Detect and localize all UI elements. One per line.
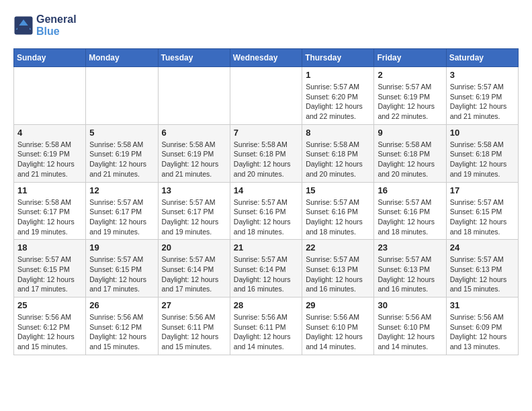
day-info: Sunrise: 5:58 AM Sunset: 6:18 PM Dayligh… (378, 140, 442, 179)
calendar-cell: 25Sunrise: 5:56 AM Sunset: 6:12 PM Dayli… (14, 298, 86, 355)
day-number: 17 (450, 185, 515, 195)
weekday-header-cell: Monday (86, 49, 158, 67)
svg-rect-2 (17, 26, 30, 32)
day-number: 7 (234, 128, 298, 138)
day-number: 31 (450, 300, 515, 310)
day-info: Sunrise: 5:58 AM Sunset: 6:19 PM Dayligh… (17, 140, 82, 179)
day-info: Sunrise: 5:58 AM Sunset: 6:19 PM Dayligh… (89, 140, 154, 179)
day-number: 13 (162, 185, 226, 195)
day-info: Sunrise: 5:57 AM Sunset: 6:17 PM Dayligh… (89, 197, 154, 237)
day-info: Sunrise: 5:58 AM Sunset: 6:19 PM Dayligh… (162, 140, 226, 179)
day-info: Sunrise: 5:57 AM Sunset: 6:15 PM Dayligh… (450, 197, 515, 237)
calendar-cell: 14Sunrise: 5:57 AM Sunset: 6:16 PM Dayli… (230, 182, 302, 240)
day-info: Sunrise: 5:56 AM Sunset: 6:12 PM Dayligh… (17, 312, 82, 352)
weekday-header-row: SundayMondayTuesdayWednesdayThursdayFrid… (14, 49, 519, 67)
calendar-week-row: 11Sunrise: 5:58 AM Sunset: 6:17 PM Dayli… (14, 182, 519, 240)
weekday-header-cell: Thursday (302, 49, 374, 67)
day-number: 9 (378, 128, 442, 138)
calendar-week-row: 4Sunrise: 5:58 AM Sunset: 6:19 PM Daylig… (14, 124, 519, 182)
logo: General Blue (13, 13, 77, 38)
calendar-cell: 31Sunrise: 5:56 AM Sunset: 6:09 PM Dayli… (446, 298, 518, 355)
calendar-cell: 10Sunrise: 5:58 AM Sunset: 6:18 PM Dayli… (446, 124, 518, 182)
day-info: Sunrise: 5:58 AM Sunset: 6:18 PM Dayligh… (450, 140, 515, 179)
day-info: Sunrise: 5:56 AM Sunset: 6:11 PM Dayligh… (162, 312, 226, 352)
calendar-cell: 6Sunrise: 5:58 AM Sunset: 6:19 PM Daylig… (158, 124, 230, 182)
day-info: Sunrise: 5:57 AM Sunset: 6:19 PM Dayligh… (378, 82, 442, 122)
calendar-cell: 29Sunrise: 5:56 AM Sunset: 6:10 PM Dayli… (302, 298, 374, 355)
day-number: 22 (306, 242, 370, 253)
calendar-cell: 7Sunrise: 5:58 AM Sunset: 6:18 PM Daylig… (230, 124, 302, 182)
calendar-cell: 27Sunrise: 5:56 AM Sunset: 6:11 PM Dayli… (158, 298, 230, 355)
day-number: 20 (162, 242, 226, 253)
day-info: Sunrise: 5:58 AM Sunset: 6:18 PM Dayligh… (306, 140, 370, 179)
weekday-header-cell: Friday (374, 49, 446, 67)
day-number: 6 (162, 128, 226, 138)
calendar-cell: 16Sunrise: 5:57 AM Sunset: 6:16 PM Dayli… (374, 182, 446, 240)
day-number: 14 (234, 185, 298, 195)
day-number: 11 (17, 185, 82, 195)
day-number: 10 (450, 128, 515, 138)
calendar-cell: 17Sunrise: 5:57 AM Sunset: 6:15 PM Dayli… (446, 182, 518, 240)
calendar-cell: 20Sunrise: 5:57 AM Sunset: 6:14 PM Dayli… (158, 240, 230, 298)
calendar-cell: 18Sunrise: 5:57 AM Sunset: 6:15 PM Dayli… (14, 240, 86, 298)
day-number: 30 (378, 300, 442, 310)
calendar-cell: 30Sunrise: 5:56 AM Sunset: 6:10 PM Dayli… (374, 298, 446, 355)
calendar-cell: 2Sunrise: 5:57 AM Sunset: 6:19 PM Daylig… (374, 67, 446, 125)
day-number: 12 (89, 185, 154, 195)
calendar-cell: 11Sunrise: 5:58 AM Sunset: 6:17 PM Dayli… (14, 182, 86, 240)
day-number: 3 (450, 70, 515, 80)
day-number: 4 (17, 128, 82, 138)
day-info: Sunrise: 5:58 AM Sunset: 6:18 PM Dayligh… (234, 140, 298, 179)
weekday-header-cell: Sunday (14, 49, 86, 67)
calendar-cell: 24Sunrise: 5:57 AM Sunset: 6:13 PM Dayli… (446, 240, 518, 298)
day-info: Sunrise: 5:57 AM Sunset: 6:15 PM Dayligh… (17, 255, 82, 294)
calendar-cell: 8Sunrise: 5:58 AM Sunset: 6:18 PM Daylig… (302, 124, 374, 182)
calendar-cell: 22Sunrise: 5:57 AM Sunset: 6:13 PM Dayli… (302, 240, 374, 298)
day-info: Sunrise: 5:57 AM Sunset: 6:13 PM Dayligh… (450, 255, 515, 294)
calendar-week-row: 18Sunrise: 5:57 AM Sunset: 6:15 PM Dayli… (14, 240, 519, 298)
calendar-cell: 23Sunrise: 5:57 AM Sunset: 6:13 PM Dayli… (374, 240, 446, 298)
day-number: 19 (89, 242, 154, 253)
day-info: Sunrise: 5:57 AM Sunset: 6:13 PM Dayligh… (306, 255, 370, 294)
calendar-week-row: 1Sunrise: 5:57 AM Sunset: 6:20 PM Daylig… (14, 67, 519, 125)
day-info: Sunrise: 5:57 AM Sunset: 6:20 PM Dayligh… (306, 82, 370, 122)
day-info: Sunrise: 5:57 AM Sunset: 6:15 PM Dayligh… (89, 255, 154, 294)
logo-icon (13, 15, 34, 36)
day-info: Sunrise: 5:58 AM Sunset: 6:17 PM Dayligh… (17, 197, 82, 237)
day-info: Sunrise: 5:57 AM Sunset: 6:16 PM Dayligh… (306, 197, 370, 237)
calendar-cell: 15Sunrise: 5:57 AM Sunset: 6:16 PM Dayli… (302, 182, 374, 240)
calendar-cell: 21Sunrise: 5:57 AM Sunset: 6:14 PM Dayli… (230, 240, 302, 298)
calendar-cell: 26Sunrise: 5:56 AM Sunset: 6:12 PM Dayli… (86, 298, 158, 355)
day-number: 18 (17, 242, 82, 253)
day-number: 29 (306, 300, 370, 310)
day-info: Sunrise: 5:57 AM Sunset: 6:19 PM Dayligh… (450, 82, 515, 122)
calendar-cell: 1Sunrise: 5:57 AM Sunset: 6:20 PM Daylig… (302, 67, 374, 125)
day-number: 28 (234, 300, 298, 310)
day-number: 26 (89, 300, 154, 310)
day-number: 23 (378, 242, 442, 253)
day-info: Sunrise: 5:56 AM Sunset: 6:10 PM Dayligh… (378, 312, 442, 352)
day-number: 25 (17, 300, 82, 310)
calendar-cell (86, 67, 158, 125)
calendar-cell: 3Sunrise: 5:57 AM Sunset: 6:19 PM Daylig… (446, 67, 518, 125)
calendar-cell: 12Sunrise: 5:57 AM Sunset: 6:17 PM Dayli… (86, 182, 158, 240)
calendar-cell: 9Sunrise: 5:58 AM Sunset: 6:18 PM Daylig… (374, 124, 446, 182)
day-number: 1 (306, 70, 370, 80)
day-number: 2 (378, 70, 442, 80)
day-info: Sunrise: 5:57 AM Sunset: 6:17 PM Dayligh… (162, 197, 226, 237)
day-number: 27 (162, 300, 226, 310)
day-number: 5 (89, 128, 154, 138)
calendar-cell: 13Sunrise: 5:57 AM Sunset: 6:17 PM Dayli… (158, 182, 230, 240)
calendar-cell: 4Sunrise: 5:58 AM Sunset: 6:19 PM Daylig… (14, 124, 86, 182)
calendar-body: 1Sunrise: 5:57 AM Sunset: 6:20 PM Daylig… (14, 67, 519, 355)
calendar-cell (230, 67, 302, 125)
calendar-cell (158, 67, 230, 125)
day-number: 8 (306, 128, 370, 138)
weekday-header-cell: Saturday (446, 49, 518, 67)
day-info: Sunrise: 5:56 AM Sunset: 6:11 PM Dayligh… (234, 312, 298, 352)
logo-text: General Blue (36, 13, 77, 38)
calendar-cell: 19Sunrise: 5:57 AM Sunset: 6:15 PM Dayli… (86, 240, 158, 298)
day-info: Sunrise: 5:56 AM Sunset: 6:12 PM Dayligh… (89, 312, 154, 352)
page-header: General Blue (13, 13, 519, 38)
calendar-cell (14, 67, 86, 125)
